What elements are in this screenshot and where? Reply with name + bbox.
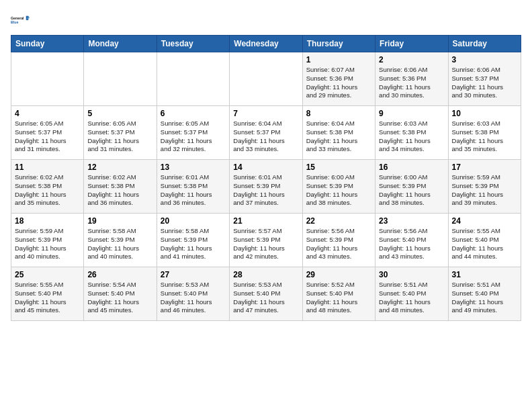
- weekday-header-cell: Tuesday: [157, 36, 229, 52]
- day-info: Sunrise: 5:53 AMSunset: 5:40 PMDaylight:…: [161, 281, 226, 315]
- calendar-day-cell: 26Sunrise: 5:54 AMSunset: 5:40 PMDayligh…: [84, 267, 157, 321]
- day-number: 19: [87, 216, 152, 226]
- day-number: 10: [452, 109, 517, 118]
- day-number: 11: [15, 163, 80, 172]
- day-info: Sunrise: 6:06 AMSunset: 5:37 PMDaylight:…: [452, 66, 517, 100]
- calendar-week-row: 4Sunrise: 6:05 AMSunset: 5:37 PMDaylight…: [11, 106, 521, 160]
- calendar-day-cell: [11, 52, 84, 106]
- calendar-day-cell: 4Sunrise: 6:05 AMSunset: 5:37 PMDaylight…: [11, 106, 84, 160]
- calendar-day-cell: 24Sunrise: 5:55 AMSunset: 5:40 PMDayligh…: [448, 214, 521, 267]
- calendar-day-cell: 12Sunrise: 6:02 AMSunset: 5:38 PMDayligh…: [84, 160, 157, 214]
- weekday-header-cell: Saturday: [448, 36, 521, 52]
- calendar-day-cell: [230, 52, 302, 106]
- day-info: Sunrise: 5:55 AMSunset: 5:40 PMDaylight:…: [452, 227, 517, 261]
- day-number: 16: [379, 163, 444, 172]
- day-number: 9: [379, 109, 444, 118]
- day-info: Sunrise: 6:05 AMSunset: 5:37 PMDaylight:…: [15, 120, 80, 154]
- day-info: Sunrise: 6:07 AMSunset: 5:36 PMDaylight:…: [306, 66, 371, 100]
- calendar-day-cell: 29Sunrise: 5:52 AMSunset: 5:40 PMDayligh…: [302, 267, 375, 321]
- day-number: 5: [87, 109, 152, 118]
- weekday-header-cell: Friday: [375, 36, 448, 52]
- calendar-day-cell: 14Sunrise: 6:01 AMSunset: 5:39 PMDayligh…: [230, 160, 302, 214]
- day-number: 14: [233, 163, 298, 172]
- day-number: 30: [379, 270, 444, 279]
- day-info: Sunrise: 5:57 AMSunset: 5:39 PMDaylight:…: [233, 227, 298, 261]
- day-info: Sunrise: 6:05 AMSunset: 5:37 PMDaylight:…: [161, 120, 226, 154]
- day-info: Sunrise: 6:03 AMSunset: 5:38 PMDaylight:…: [379, 120, 444, 154]
- calendar-day-cell: 6Sunrise: 6:05 AMSunset: 5:37 PMDaylight…: [157, 106, 229, 160]
- day-info: Sunrise: 6:01 AMSunset: 5:39 PMDaylight:…: [233, 173, 298, 208]
- day-number: 17: [452, 163, 517, 172]
- calendar-day-cell: 22Sunrise: 5:56 AMSunset: 5:39 PMDayligh…: [302, 214, 375, 267]
- calendar-day-cell: 11Sunrise: 6:02 AMSunset: 5:38 PMDayligh…: [11, 160, 84, 214]
- day-number: 25: [15, 270, 80, 279]
- calendar-day-cell: 31Sunrise: 5:51 AMSunset: 5:40 PMDayligh…: [448, 267, 521, 321]
- day-number: 4: [15, 109, 80, 118]
- day-number: 15: [306, 163, 371, 172]
- svg-text:Blue: Blue: [11, 20, 18, 24]
- day-info: Sunrise: 5:59 AMSunset: 5:39 PMDaylight:…: [15, 227, 80, 261]
- day-info: Sunrise: 5:56 AMSunset: 5:39 PMDaylight:…: [306, 227, 371, 261]
- calendar-day-cell: 21Sunrise: 5:57 AMSunset: 5:39 PMDayligh…: [230, 214, 302, 267]
- day-info: Sunrise: 5:55 AMSunset: 5:40 PMDaylight:…: [15, 281, 80, 315]
- calendar-day-cell: [157, 52, 229, 106]
- calendar-week-row: 25Sunrise: 5:55 AMSunset: 5:40 PMDayligh…: [11, 267, 521, 321]
- calendar-day-cell: 19Sunrise: 5:58 AMSunset: 5:39 PMDayligh…: [84, 214, 157, 267]
- day-number: 8: [306, 109, 371, 118]
- day-info: Sunrise: 5:51 AMSunset: 5:40 PMDaylight:…: [379, 281, 444, 315]
- weekday-header-cell: Thursday: [302, 36, 375, 52]
- calendar-day-cell: 16Sunrise: 6:00 AMSunset: 5:39 PMDayligh…: [375, 160, 448, 214]
- calendar-body: 1Sunrise: 6:07 AMSunset: 5:36 PMDaylight…: [11, 52, 521, 321]
- calendar-table: SundayMondayTuesdayWednesdayThursdayFrid…: [11, 35, 521, 321]
- calendar-day-cell: 23Sunrise: 5:56 AMSunset: 5:40 PMDayligh…: [375, 214, 448, 267]
- weekday-header-cell: Wednesday: [230, 36, 302, 52]
- day-info: Sunrise: 5:59 AMSunset: 5:39 PMDaylight:…: [452, 173, 517, 208]
- day-number: 28: [233, 270, 298, 279]
- day-info: Sunrise: 5:51 AMSunset: 5:40 PMDaylight:…: [452, 281, 517, 315]
- day-number: 20: [161, 216, 226, 226]
- day-info: Sunrise: 6:04 AMSunset: 5:38 PMDaylight:…: [306, 120, 371, 154]
- calendar-day-cell: 18Sunrise: 5:59 AMSunset: 5:39 PMDayligh…: [11, 214, 84, 267]
- calendar-day-cell: 17Sunrise: 5:59 AMSunset: 5:39 PMDayligh…: [448, 160, 521, 214]
- weekday-header-row: SundayMondayTuesdayWednesdayThursdayFrid…: [11, 36, 521, 52]
- page-header: GeneralBlue: [11, 11, 521, 30]
- calendar-day-cell: 28Sunrise: 5:53 AMSunset: 5:40 PMDayligh…: [230, 267, 302, 321]
- calendar-day-cell: [84, 52, 157, 106]
- day-info: Sunrise: 6:03 AMSunset: 5:38 PMDaylight:…: [452, 120, 517, 154]
- logo: GeneralBlue: [11, 11, 30, 30]
- day-number: 1: [306, 55, 371, 64]
- day-info: Sunrise: 6:01 AMSunset: 5:38 PMDaylight:…: [161, 173, 226, 208]
- day-number: 23: [379, 216, 444, 226]
- day-info: Sunrise: 6:05 AMSunset: 5:37 PMDaylight:…: [87, 120, 152, 154]
- calendar-day-cell: 8Sunrise: 6:04 AMSunset: 5:38 PMDaylight…: [302, 106, 375, 160]
- weekday-header-cell: Monday: [84, 36, 157, 52]
- calendar-day-cell: 15Sunrise: 6:00 AMSunset: 5:39 PMDayligh…: [302, 160, 375, 214]
- day-number: 21: [233, 216, 298, 226]
- day-number: 26: [87, 270, 152, 279]
- day-number: 29: [306, 270, 371, 279]
- calendar-day-cell: 2Sunrise: 6:06 AMSunset: 5:36 PMDaylight…: [375, 52, 448, 106]
- day-number: 2: [379, 55, 444, 64]
- day-number: 22: [306, 216, 371, 226]
- day-info: Sunrise: 5:58 AMSunset: 5:39 PMDaylight:…: [87, 227, 152, 261]
- day-info: Sunrise: 6:00 AMSunset: 5:39 PMDaylight:…: [306, 173, 371, 208]
- calendar-day-cell: 9Sunrise: 6:03 AMSunset: 5:38 PMDaylight…: [375, 106, 448, 160]
- weekday-header-cell: Sunday: [11, 36, 84, 52]
- day-number: 27: [161, 270, 226, 279]
- day-info: Sunrise: 6:06 AMSunset: 5:36 PMDaylight:…: [379, 66, 444, 100]
- calendar-day-cell: 27Sunrise: 5:53 AMSunset: 5:40 PMDayligh…: [157, 267, 229, 321]
- calendar-week-row: 18Sunrise: 5:59 AMSunset: 5:39 PMDayligh…: [11, 214, 521, 267]
- day-info: Sunrise: 6:02 AMSunset: 5:38 PMDaylight:…: [15, 173, 80, 208]
- calendar-day-cell: 3Sunrise: 6:06 AMSunset: 5:37 PMDaylight…: [448, 52, 521, 106]
- day-number: 18: [15, 216, 80, 226]
- calendar-day-cell: 20Sunrise: 5:58 AMSunset: 5:39 PMDayligh…: [157, 214, 229, 267]
- day-number: 31: [452, 270, 517, 279]
- logo-icon: GeneralBlue: [11, 11, 30, 30]
- day-number: 13: [161, 163, 226, 172]
- calendar-day-cell: 30Sunrise: 5:51 AMSunset: 5:40 PMDayligh…: [375, 267, 448, 321]
- day-info: Sunrise: 5:58 AMSunset: 5:39 PMDaylight:…: [161, 227, 226, 261]
- calendar-day-cell: 25Sunrise: 5:55 AMSunset: 5:40 PMDayligh…: [11, 267, 84, 321]
- day-number: 6: [161, 109, 226, 118]
- day-info: Sunrise: 5:54 AMSunset: 5:40 PMDaylight:…: [87, 281, 152, 315]
- day-number: 3: [452, 55, 517, 64]
